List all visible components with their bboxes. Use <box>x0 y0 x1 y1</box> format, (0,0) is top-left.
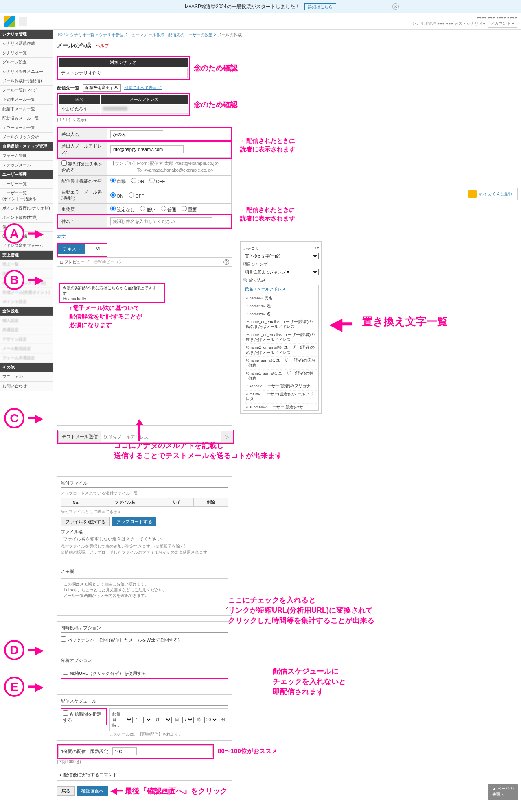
sidebar-item[interactable]: エラーメール一覧 <box>0 123 53 133</box>
var-item[interactable]: %name1_sama%: ユーザー(読者)の姓+敬称 <box>245 370 317 383</box>
sidebar-item[interactable]: お問い合わせ <box>0 382 53 391</box>
sidebar-item[interactable]: 配信中メール一覧 <box>0 105 53 114</box>
p0-radio[interactable] <box>110 206 116 211</box>
back-button[interactable]: 戻る <box>57 786 75 796</box>
stop-auto-radio[interactable] <box>110 178 116 183</box>
preview-link[interactable]: ◻ プレビュー ↗ <box>60 259 90 265</box>
err-off-radio[interactable] <box>129 192 134 198</box>
var-item[interactable]: %kana%: ユーザー(読者)のフリガナ <box>245 382 317 390</box>
sidebar-item[interactable]: シナリオ新規作成 <box>0 39 53 48</box>
sidebar-item[interactable]: ポイント履歴(シナリオ別) <box>0 204 53 213</box>
day-select[interactable] <box>163 717 172 723</box>
sidebar-item-blur[interactable]: 個人設定 <box>0 316 53 325</box>
limit-input[interactable] <box>112 747 137 755</box>
sidebar-item-blur[interactable]: 共通設定 <box>0 325 53 335</box>
help-icon[interactable]: ? <box>223 259 229 265</box>
var-item[interactable]: %name_or_email%: ユーザー(読者)の氏名またはメールアドレス <box>245 318 317 331</box>
shorturl-checkbox[interactable] <box>63 670 68 675</box>
bc-dest-setting[interactable]: メール作成 : 配信先のユーザーの設定 <box>144 33 212 37</box>
var-item[interactable]: %name1%: 姓 <box>245 302 317 310</box>
hour-select[interactable]: 7 <box>182 717 194 723</box>
post-command-toggle[interactable]: ▸ 配信後に実行するコマンド <box>57 769 232 781</box>
stop-radios: 自動 ON OFF <box>107 176 231 187</box>
account-menu-button[interactable]: アカウント ▾ <box>488 20 517 28</box>
subject-input[interactable] <box>110 217 212 225</box>
year-select[interactable] <box>124 717 133 723</box>
p3-radio[interactable] <box>182 206 187 211</box>
sidebar-item[interactable]: シナリオ一覧 <box>0 48 53 58</box>
var-item[interactable]: %mail%: ユーザー(読者)のメールアドレス <box>245 391 317 404</box>
sidebar-item[interactable]: ユーザー一覧 (ポイント一括操作) <box>0 189 53 204</box>
sidebar-item-blur[interactable]: ポイント設定 <box>0 297 53 307</box>
var-item[interactable]: %name_sama%: ユーザー(読者)の氏名+敬称 <box>245 357 317 370</box>
sidebar-group-sales: 売上管理 <box>0 251 53 260</box>
arrow-left-icon: ◀━ <box>110 786 123 796</box>
upload-button[interactable]: アップロードする <box>112 517 156 526</box>
err-on-radio[interactable] <box>110 192 116 198</box>
sidebar-item-blur[interactable]: 売上一覧 <box>0 260 53 269</box>
bc-scenario-menu[interactable]: シナリオ管理メニュー <box>99 33 140 37</box>
tab-html[interactable]: HTML <box>85 244 106 254</box>
p2-radio[interactable] <box>161 206 166 211</box>
sidebar-item[interactable]: メール一覧(すべて) <box>0 86 53 95</box>
variable-list[interactable]: 氏名・メールアドレス %name%: 氏名 %name1%: 姓 %name2%… <box>243 285 319 411</box>
sidebar-item[interactable]: メールクリック分析 <box>0 133 53 142</box>
to-name-checkbox[interactable] <box>61 160 67 166</box>
sidebar-item[interactable]: フォーム管理 <box>0 151 53 161</box>
confirm-button[interactable]: 確認画面へ <box>77 786 108 796</box>
sidebar-item[interactable]: ユーザー一覧 <box>0 179 53 189</box>
sidebar-item[interactable]: アドレス変更フォーム <box>0 241 53 251</box>
page-top-button[interactable]: ▲ ページの 先頭へ <box>488 784 518 800</box>
file-th-no: No. <box>61 498 91 507</box>
var-item[interactable]: %name1_or_email%: ユーザー(読者)の姓またはメールアドレス <box>245 331 317 344</box>
sender-name-input[interactable] <box>110 130 163 138</box>
stop-on-radio[interactable] <box>131 178 136 183</box>
badge-e: E <box>4 677 24 697</box>
sidebar-group-other: その他 <box>0 363 53 372</box>
sidebar-item[interactable]: マニュアル <box>0 372 53 382</box>
var-category-select[interactable]: 置き換え文字(一般) <box>243 253 319 259</box>
banner-detail-link[interactable]: 詳細はこちら <box>304 3 336 10</box>
sidebar-item-blur[interactable]: フォーム共通設定 <box>0 354 53 363</box>
var-item[interactable]: %name%: 氏名 <box>245 295 317 302</box>
sidebar-item[interactable]: メール作成(一括配信) <box>0 76 53 86</box>
sched-date-lbl: 配信日時： <box>112 711 120 728</box>
sidebar-item[interactable]: 予約中メール一覧 <box>0 95 53 105</box>
month-select[interactable] <box>143 717 152 723</box>
annot-limit: 80〜100位がおススメ <box>218 747 278 754</box>
var-item[interactable]: %submail%: ユーザー(読者)のサ <box>245 404 317 411</box>
sidebar-item-blur[interactable]: デザイン設定 <box>0 335 53 344</box>
memo-section: メモ欄 <box>57 565 232 616</box>
refresh-icon[interactable]: ⟳ <box>315 246 319 250</box>
stop-off-radio[interactable] <box>149 178 155 183</box>
sidebar-item[interactable]: 配信済みメール一覧 <box>0 114 53 123</box>
dest-name: やまだ たろう <box>59 105 100 114</box>
tab-text[interactable]: テキスト <box>58 244 85 254</box>
var-item[interactable]: %name2%: 名 <box>245 310 317 318</box>
sidebar-item[interactable]: シナリオ管理メニュー <box>0 67 53 76</box>
myasukun-button[interactable]: マイスくんに聞く <box>465 188 518 200</box>
file-select-button[interactable]: ファイルを選択する <box>61 517 110 526</box>
schedule-checkbox[interactable] <box>63 710 68 716</box>
sidebar-item[interactable]: ステップメール <box>0 161 53 170</box>
change-dest-button[interactable]: 配信先を変更する <box>83 84 121 92</box>
bc-top[interactable]: TOP <box>57 33 65 37</box>
sidebar-item[interactable]: ポイント履歴(共通) <box>0 213 53 223</box>
sidebar-item[interactable]: グループ設定 <box>0 58 53 67</box>
open-all-link[interactable]: 別窓ですべて表示 ↗ <box>124 85 162 91</box>
beacon-link[interactable]: ㋻Webビーコン <box>94 259 123 265</box>
var-jump-select[interactable]: 項目位置までジャンプ ▾ <box>243 269 319 275</box>
bc-scenario-list[interactable]: シナリオ一覧 <box>70 33 94 37</box>
filename-input[interactable] <box>61 535 228 543</box>
sidebar-item-blur[interactable]: メール配信設定 <box>0 344 53 354</box>
banner-close-icon[interactable]: ✕ <box>392 3 399 10</box>
arrow-right-icon: ━▶ <box>28 274 43 286</box>
backnumber-checkbox[interactable] <box>61 636 66 642</box>
p1-radio[interactable] <box>140 206 145 211</box>
sidebar-item-blur[interactable]: 作成メール(共通ポイント) <box>0 288 53 297</box>
min-select[interactable]: 20 <box>204 717 218 723</box>
var-item[interactable]: %name2_or_email%: ユーザー(読者)の名またはメールアドレス <box>245 344 317 357</box>
sender-email-input[interactable] <box>110 145 184 153</box>
help-link[interactable]: ヘルプ <box>96 43 109 48</box>
memo-textarea[interactable] <box>61 578 228 611</box>
